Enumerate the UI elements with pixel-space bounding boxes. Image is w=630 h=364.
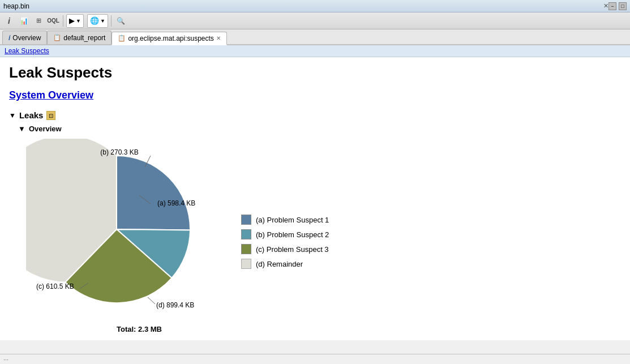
tab-overview-label: Overview: [12, 34, 41, 42]
chart-label-d: (d) 899.4 KB: [156, 301, 194, 309]
breadcrumb: Leak Suspects: [0, 45, 630, 57]
tab-suspects-close[interactable]: ✕: [216, 35, 221, 41]
dominator-icon: ⊞: [36, 17, 41, 24]
tab-overview-icon: i: [8, 34, 10, 42]
pie-segment-a: [117, 156, 190, 230]
oql-icon: OQL: [47, 18, 59, 24]
status-text: ···: [3, 356, 8, 363]
search-icon: 🔍: [117, 17, 125, 25]
title-bar: heap.bin ✕ − □: [0, 0, 630, 12]
actions-icon: ▶: [69, 16, 75, 25]
chart-label-a: (a) 598.4 KB: [157, 199, 195, 207]
leaks-arrow-icon: ▼: [9, 112, 16, 119]
overview-subsection-header[interactable]: ▼ Overview: [18, 125, 621, 133]
legend-label-b: (b) Problem Suspect 2: [256, 230, 329, 239]
legend-item-c: (c) Problem Suspect 3: [241, 244, 329, 254]
tab-bar: i Overview 📋 default_report 📋 org.eclips…: [0, 29, 630, 45]
info-icon: i: [8, 16, 10, 25]
dominator-button[interactable]: ⊞: [32, 14, 45, 28]
actions-dropdown[interactable]: ▶ ▼: [66, 14, 84, 28]
breadcrumb-link-leak-suspects[interactable]: Leak Suspects: [5, 47, 49, 55]
leaks-section-header[interactable]: ▼ Leaks ⊡: [9, 110, 621, 120]
tab-suspects[interactable]: 📋 org.eclipse.mat.api:suspects ✕: [112, 32, 226, 45]
tab-default-report-label: default_report: [63, 34, 105, 42]
legend-label-c: (c) Problem Suspect 3: [256, 245, 329, 254]
oql-button[interactable]: OQL: [46, 14, 60, 28]
status-bar: ···: [0, 354, 630, 364]
search-button[interactable]: 🔍: [114, 14, 128, 28]
tab-overview[interactable]: i Overview: [2, 31, 47, 44]
restore-button[interactable]: □: [619, 2, 627, 10]
legend-label-a: (a) Problem Suspect 1: [256, 216, 329, 224]
legend-label-d: (d) Remainder: [256, 260, 303, 268]
legend-color-b: [241, 229, 251, 239]
chart-label-d-line: [148, 297, 155, 304]
leaks-section-label: Leaks: [19, 110, 44, 120]
chevron-down-icon-2: ▼: [100, 18, 105, 24]
title-bar-close-icon: ✕: [603, 2, 608, 10]
toolbar-sep-2: [111, 15, 112, 27]
toolbar-sep-1: [63, 15, 63, 27]
chart-label-b: (b) 270.3 KB: [100, 148, 138, 156]
histogram-button[interactable]: 📊: [17, 14, 31, 28]
title-bar-text: heap.bin: [3, 2, 603, 10]
reports-icon: 🌐: [90, 16, 99, 25]
reports-dropdown[interactable]: 🌐 ▼: [87, 14, 108, 28]
minimize-button[interactable]: −: [608, 2, 616, 10]
tab-suspects-label: org.eclipse.mat.api:suspects: [128, 35, 213, 42]
legend-item-a: (a) Problem Suspect 1: [241, 215, 329, 225]
page-title: Leak Suspects: [9, 64, 621, 82]
chevron-down-icon: ▼: [76, 18, 81, 24]
overview-subsection-label: Overview: [29, 125, 62, 133]
info-button[interactable]: i: [2, 14, 16, 28]
chart-container: (a) 598.4 KB (b) 270.3 KB (c) 610.5 KB (…: [26, 139, 621, 333]
pie-chart: (a) 598.4 KB (b) 270.3 KB (c) 610.5 KB (…: [26, 139, 207, 333]
legend-color-a: [241, 215, 251, 225]
tab-report-icon: 📋: [53, 34, 61, 41]
chart-legend: (a) Problem Suspect 1 (b) Problem Suspec…: [241, 215, 329, 269]
leaks-export-icon[interactable]: ⊡: [46, 111, 55, 120]
toolbar: i 📊 ⊞ OQL ▶ ▼ 🌐 ▼ 🔍: [0, 12, 630, 29]
tab-default-report[interactable]: 📋 default_report: [47, 31, 112, 44]
main-content: Leak Suspects System Overview ▼ Leaks ⊡ …: [0, 57, 630, 340]
legend-color-d: [241, 259, 251, 269]
legend-item-b: (b) Problem Suspect 2: [241, 229, 329, 239]
tab-suspects-icon: 📋: [118, 35, 126, 42]
legend-item-d: (d) Remainder: [241, 259, 329, 269]
system-overview-link[interactable]: System Overview: [9, 89, 621, 101]
overview-arrow-icon: ▼: [18, 125, 25, 133]
histogram-icon: 📊: [20, 17, 28, 25]
legend-color-c: [241, 244, 251, 254]
chart-total-label: Total: 2.3 MB: [71, 325, 207, 333]
chart-label-c: (c) 610.5 KB: [36, 282, 74, 290]
